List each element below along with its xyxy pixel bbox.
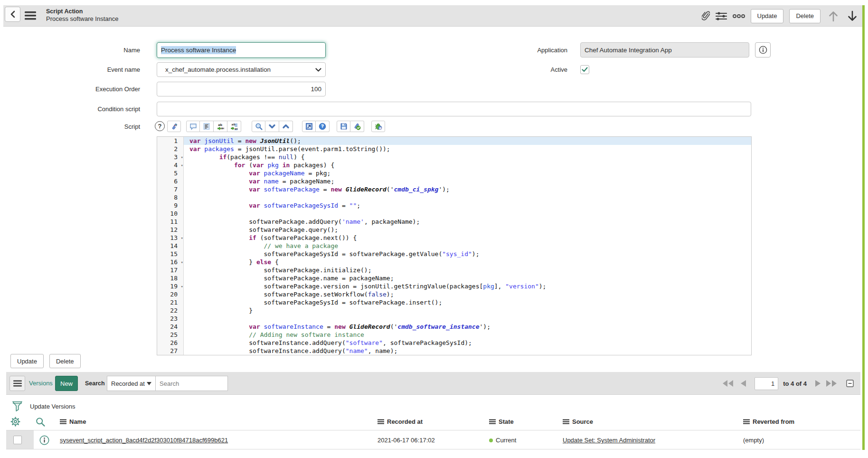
column-menu-icon: [489, 419, 496, 424]
line-number-gutter[interactable]: 4▾: [157, 161, 184, 169]
line-number-gutter[interactable]: 26: [157, 339, 184, 347]
event-name-select[interactable]: x_chef_automate.process.installation: [157, 62, 326, 77]
collapse-list-icon[interactable]: [846, 380, 854, 387]
scroll-up-icon[interactable]: [828, 10, 839, 22]
code-line-3: 3▾ if(packages !== null) {: [157, 153, 751, 161]
back-button[interactable]: [5, 7, 20, 22]
row-checkbox[interactable]: [13, 436, 22, 444]
column-menu-icon: [743, 419, 750, 424]
application-label: Application: [434, 47, 567, 54]
line-number-gutter[interactable]: 3▾: [157, 153, 184, 161]
code-fold-arrow-icon[interactable]: ▾: [181, 283, 183, 291]
code-line-16: 16▾ } else {: [157, 258, 751, 266]
attachment-paperclip-icon[interactable]: [702, 11, 710, 21]
line-number-gutter[interactable]: 10: [157, 210, 184, 218]
line-number-gutter[interactable]: 16▾: [157, 258, 184, 266]
update-button-header[interactable]: Update: [751, 9, 784, 23]
delete-button-bottom[interactable]: Delete: [49, 354, 81, 368]
versions-table-header: NameRecorded atStateSourceReverted from: [6, 414, 860, 430]
column-header-state[interactable]: State: [489, 418, 514, 425]
new-version-button[interactable]: New: [55, 376, 78, 391]
line-number-gutter[interactable]: 14: [157, 242, 184, 250]
line-number-gutter[interactable]: 15: [157, 250, 184, 258]
open-fullscreen-button[interactable]: [302, 121, 316, 132]
more-options-icon[interactable]: [733, 14, 745, 19]
script-code-editor[interactable]: 1var jsonUtil = new JsonUtil();2var pack…: [157, 136, 752, 355]
line-number-gutter[interactable]: 22: [157, 306, 184, 315]
previous-page-icon[interactable]: [741, 380, 746, 387]
column-header-name[interactable]: Name: [60, 418, 86, 425]
first-page-icon[interactable]: [723, 380, 733, 387]
code-fold-arrow-icon[interactable]: ▾: [181, 234, 183, 242]
context-menu-icon[interactable]: [25, 10, 36, 21]
line-number-gutter[interactable]: 17: [157, 266, 184, 274]
syntax-editor-toggle-icon: [170, 123, 178, 130]
list-search-icon[interactable]: [36, 417, 45, 427]
checkmark-icon: [582, 67, 588, 72]
line-number-gutter[interactable]: 8: [157, 193, 184, 201]
active-checkbox[interactable]: [580, 65, 589, 74]
column-header-source[interactable]: Source: [563, 418, 593, 425]
line-number-gutter[interactable]: 1: [157, 137, 184, 145]
find-next-button[interactable]: [265, 121, 279, 132]
condition-script-input[interactable]: [157, 102, 751, 116]
line-number-gutter[interactable]: 21: [157, 298, 184, 306]
versions-list-menu-button[interactable]: [9, 376, 25, 391]
line-number-gutter[interactable]: 7: [157, 185, 184, 193]
line-number-gutter[interactable]: 13▾: [157, 234, 184, 242]
find-previous-button[interactable]: [279, 121, 293, 132]
last-page-icon[interactable]: [826, 380, 837, 387]
version-table-row[interactable]: sysevent_script_action_8acd4f2d2f303010f…: [6, 430, 860, 449]
script-help-icon[interactable]: ?: [155, 121, 165, 131]
version-name-link[interactable]: sysevent_script_action_8acd4f2d2f303010f…: [60, 437, 228, 444]
start-debugging-button[interactable]: ø: [371, 121, 385, 132]
line-number-gutter[interactable]: 5: [157, 169, 184, 177]
delete-button-header[interactable]: Delete: [789, 9, 821, 23]
application-info-button[interactable]: [755, 42, 771, 57]
version-source-link[interactable]: Update Set: System Administrator: [563, 437, 655, 444]
next-page-icon[interactable]: [815, 380, 821, 387]
code-line-26: 26 softwareInstance.addQuery("software",…: [157, 339, 751, 347]
find-button[interactable]: [252, 121, 265, 132]
replace-button[interactable]: abac: [214, 121, 227, 132]
format-code-button[interactable]: [200, 121, 214, 132]
code-line-22: 22 }: [157, 306, 751, 315]
line-number-gutter[interactable]: 6: [157, 177, 184, 185]
execution-order-input[interactable]: 100: [157, 82, 326, 96]
save-button[interactable]: [337, 121, 350, 132]
open-fullscreen-icon: [305, 123, 313, 130]
line-number-gutter[interactable]: 20: [157, 290, 184, 298]
column-header-label: Source: [572, 418, 593, 425]
column-header-recorded-at[interactable]: Recorded at: [377, 418, 423, 425]
line-number-gutter[interactable]: 9: [157, 201, 184, 210]
syntax-editor-toggle-button[interactable]: [167, 121, 181, 132]
versions-search-input[interactable]: [155, 376, 228, 391]
line-number-gutter[interactable]: 12: [157, 226, 184, 234]
replace-all-button[interactable]: abac: [227, 121, 241, 132]
line-number-gutter[interactable]: 27: [157, 347, 184, 355]
list-personalize-gear-icon[interactable]: [10, 417, 20, 427]
row-info-icon[interactable]: [39, 435, 49, 445]
line-number-gutter[interactable]: 19▾: [157, 282, 184, 290]
editor-help-button[interactable]: ?: [316, 121, 330, 132]
code-fold-arrow-icon[interactable]: ▾: [181, 153, 183, 162]
name-input[interactable]: Process software Instance: [157, 42, 326, 58]
line-number-gutter[interactable]: 11: [157, 218, 184, 226]
line-number-gutter[interactable]: 24: [157, 323, 184, 331]
page-number-input[interactable]: [755, 377, 778, 390]
line-number-gutter[interactable]: 2: [157, 145, 184, 153]
line-number-gutter[interactable]: 18: [157, 274, 184, 282]
personalize-form-icon[interactable]: [716, 11, 727, 21]
form-header-bar: Script Action Process software Instance: [3, 5, 862, 27]
versions-search-field-select[interactable]: Recorded at: [107, 376, 156, 391]
filter-funnel-icon[interactable]: [12, 401, 22, 412]
line-number-gutter[interactable]: 23: [157, 315, 184, 323]
column-header-reverted-from[interactable]: Reverted from: [743, 418, 794, 425]
syntax-check-button[interactable]: [350, 121, 364, 132]
code-fold-arrow-icon[interactable]: ▾: [181, 162, 183, 170]
code-fold-arrow-icon[interactable]: ▾: [181, 258, 183, 267]
scroll-down-icon[interactable]: [847, 10, 858, 22]
update-button-bottom[interactable]: Update: [10, 354, 44, 368]
line-number-gutter[interactable]: 25: [157, 331, 184, 339]
toggle-comment-button[interactable]: [186, 121, 200, 132]
